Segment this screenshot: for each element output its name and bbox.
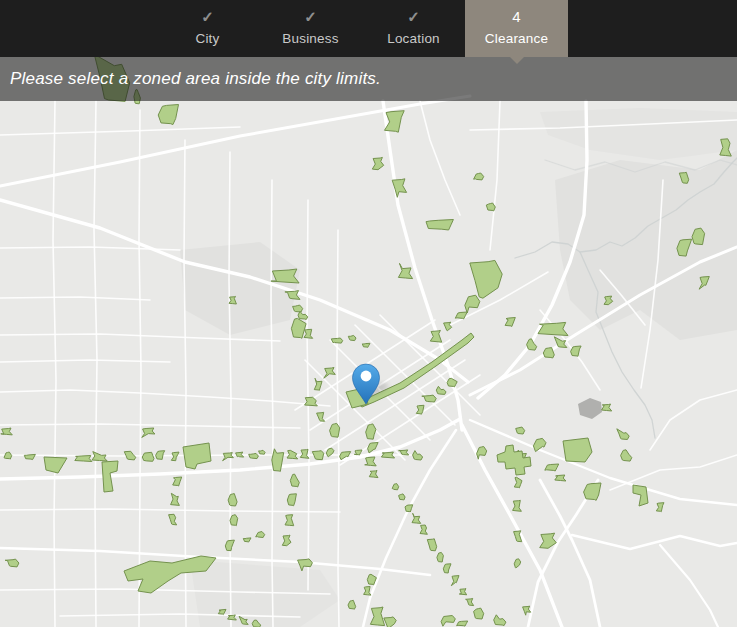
check-icon: ✓	[407, 9, 420, 25]
instruction-text: Please select a zoned area inside the ci…	[10, 69, 381, 89]
map-canvas[interactable]	[0, 57, 737, 627]
check-icon: ✓	[304, 9, 317, 25]
zoned-area[interactable]	[486, 203, 495, 211]
zoned-area[interactable]	[230, 515, 238, 526]
instruction-banner: Please select a zoned area inside the ci…	[0, 57, 737, 101]
zoned-area[interactable]	[142, 452, 154, 461]
zoned-area[interactable]	[437, 552, 444, 562]
zoned-area[interactable]	[249, 453, 259, 458]
clearance-wizard-screen: ✓City✓Business✓Location4Clearance Please…	[0, 0, 737, 627]
zoned-area[interactable]	[75, 456, 92, 462]
step-clearance[interactable]: 4Clearance	[465, 0, 568, 57]
step-number: 4	[512, 9, 520, 25]
active-step-caret	[509, 56, 525, 64]
step-location[interactable]: ✓Location	[362, 0, 465, 57]
zoned-area[interactable]	[516, 427, 525, 434]
step-city[interactable]: ✓City	[156, 0, 259, 57]
zoned-area[interactable]	[331, 338, 342, 343]
step-label: Clearance	[485, 32, 548, 46]
check-icon: ✓	[201, 9, 214, 25]
step-label: City	[195, 32, 219, 46]
zoned-area[interactable]	[543, 348, 554, 358]
step-business[interactable]: ✓Business	[259, 0, 362, 57]
wizard-stepper: ✓City✓Business✓Location4Clearance	[0, 0, 737, 57]
zoned-area[interactable]	[293, 305, 303, 312]
zoned-area[interactable]	[399, 494, 406, 500]
zoned-area[interactable]	[563, 438, 592, 462]
step-label: Business	[282, 32, 338, 46]
zoned-area[interactable]	[259, 450, 266, 454]
zoned-area[interactable]	[426, 220, 453, 231]
step-label: Location	[387, 32, 440, 46]
zoned-area[interactable]	[348, 335, 356, 340]
